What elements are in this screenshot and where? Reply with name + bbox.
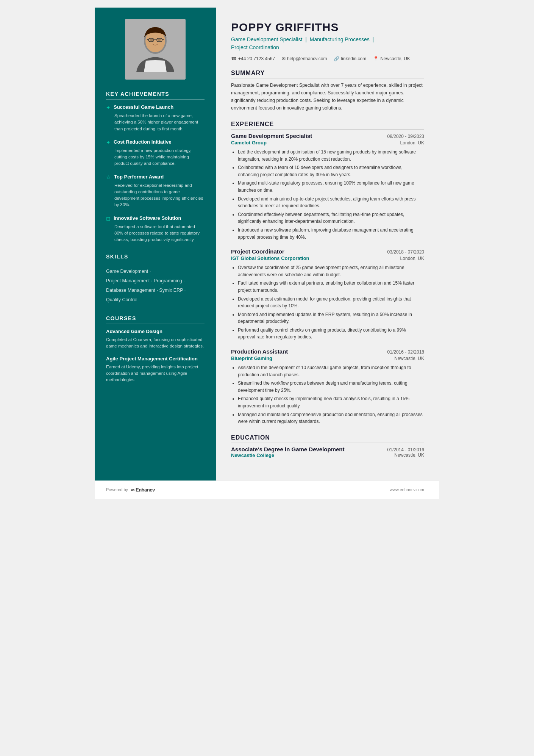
course-item-1: Advanced Game Design Completed at Course… bbox=[106, 329, 205, 349]
exp-bullet-2-4: Monitored and implemented updates in the… bbox=[238, 311, 424, 325]
exp-bullets-3: Assisted in the development of 10 succes… bbox=[231, 364, 424, 425]
exp-dates-3: 01/2016 - 02/2018 bbox=[387, 349, 424, 355]
photo-area bbox=[95, 8, 216, 87]
exp-entry-1: Game Development Specialist 08/2020 - 09… bbox=[231, 133, 424, 241]
exp-job-title-3: Production Assistant bbox=[231, 348, 288, 355]
title-part-3: Project Coordination bbox=[231, 44, 279, 50]
education-section-title: EDUCATION bbox=[231, 434, 424, 443]
achievement-icon-1: ✦ bbox=[106, 105, 111, 111]
exp-bullet-1-3: Managed multi-state regulatory processes… bbox=[238, 180, 424, 194]
exp-bullet-3-4: Managed and maintained comprehensive pro… bbox=[238, 411, 424, 425]
edu-school-1: Newcastle College bbox=[231, 452, 274, 458]
exp-company-2: IGT Global Solutions Corporation bbox=[231, 255, 309, 261]
achievement-item-2: ✦ Cost Reduction Initiative Implemented … bbox=[106, 139, 205, 167]
edu-dates-1: 01/2014 - 01/2016 bbox=[387, 447, 424, 452]
candidate-name: POPPY GRIFFITHS bbox=[231, 21, 424, 34]
achievement-title-2: Cost Reduction Initiative bbox=[114, 139, 171, 146]
exp-location-3: Newcastle, UK bbox=[394, 356, 424, 361]
candidate-title: Game Development Specialist | Manufactur… bbox=[231, 36, 424, 52]
course-desc-2: Earned at Udemy, providing insights into… bbox=[106, 364, 205, 383]
exp-bullet-3-2: Streamlined the workflow process between… bbox=[238, 380, 424, 394]
exp-bullet-1-5: Coordinated effectively between departme… bbox=[238, 211, 424, 225]
course-title-1: Advanced Game Design bbox=[106, 329, 205, 335]
exp-bullet-2-3: Developed a cost estimation model for ga… bbox=[238, 296, 424, 310]
exp-company-1: Camelot Group bbox=[231, 140, 267, 146]
exp-bullet-3-3: Enhanced quality checks by implementing … bbox=[238, 395, 424, 409]
exp-job-title-2: Project Coordinator bbox=[231, 248, 284, 255]
contact-phone: ☎ +44 20 7123 4567 bbox=[231, 56, 275, 61]
exp-bullet-1-6: Introduced a new software platform, impr… bbox=[238, 227, 424, 241]
svg-line-9 bbox=[162, 39, 164, 40]
skills-title: SKILLS bbox=[106, 254, 205, 262]
title-sep-2: | bbox=[373, 36, 374, 42]
exp-bullet-1-4: Developed and maintained up-to-date proj… bbox=[238, 196, 424, 210]
achievement-title-3: Top Performer Award bbox=[114, 174, 164, 180]
course-title-2: Agile Project Management Certification bbox=[106, 356, 205, 362]
experience-section: EXPERIENCE Game Development Specialist 0… bbox=[231, 121, 424, 425]
exp-bullet-2-5: Performed quality control checks on gami… bbox=[238, 327, 424, 341]
title-part-2: Manufacturing Processes bbox=[310, 36, 370, 42]
linkedin-text: linkedin.com bbox=[341, 56, 366, 61]
achievement-desc-1: Spearheaded the launch of a new game, ac… bbox=[106, 113, 205, 132]
courses-title: COURSES bbox=[106, 315, 205, 324]
email-text: help@enhancv.com bbox=[287, 56, 327, 61]
contact-row: ☎ +44 20 7123 4567 ✉ help@enhancv.com 🔗 … bbox=[231, 56, 424, 61]
footer-powered-label: Powered by bbox=[106, 487, 128, 492]
experience-section-title: EXPERIENCE bbox=[231, 121, 424, 130]
achievement-item-3: ☆ Top Performer Award Received for excep… bbox=[106, 174, 205, 208]
location-icon: 📍 bbox=[373, 56, 379, 61]
edu-entry-1: Associate's Degree in Game Development 0… bbox=[231, 446, 424, 458]
achievement-item-1: ✦ Successful Game Launch Spearheaded the… bbox=[106, 104, 205, 132]
achievement-icon-4: ⊟ bbox=[106, 216, 111, 222]
enhancv-logo: ∞ Enhancv bbox=[131, 487, 155, 493]
course-desc-1: Completed at Coursera, focusing on sophi… bbox=[106, 337, 205, 350]
skill-item-2: Project Management · Programming · bbox=[106, 276, 205, 286]
exp-dates-1: 08/2020 - 09/2023 bbox=[387, 134, 424, 139]
sidebar: KEY ACHIEVEMENTS ✦ Successful Game Launc… bbox=[95, 8, 216, 481]
skill-item-3: Database Management · Symix ERP · bbox=[106, 286, 205, 295]
summary-section: SUMMARY Passionate Game Development Spec… bbox=[231, 70, 424, 112]
footer: Powered by ∞ Enhancv www.enhancv.com bbox=[95, 481, 439, 499]
svg-point-3 bbox=[150, 39, 153, 41]
achievement-icon-3: ☆ bbox=[106, 174, 111, 180]
email-icon: ✉ bbox=[282, 56, 286, 61]
exp-entry-3: Production Assistant 01/2016 - 02/2018 B… bbox=[231, 348, 424, 425]
achievement-desc-3: Received for exceptional leadership and … bbox=[106, 182, 205, 208]
skill-item-1: Game Development · bbox=[106, 267, 205, 276]
contact-location: 📍 Newcastle, UK bbox=[373, 56, 410, 61]
achievement-desc-4: Developed a software tool that automated… bbox=[106, 224, 205, 243]
exp-entry-2: Project Coordinator 03/2018 - 07/2020 IG… bbox=[231, 248, 424, 341]
edu-degree-1: Associate's Degree in Game Development bbox=[231, 446, 345, 452]
title-sep-1: | bbox=[305, 36, 308, 42]
header-section: POPPY GRIFFITHS Game Development Special… bbox=[231, 21, 424, 61]
contact-linkedin: 🔗 linkedin.com bbox=[334, 56, 366, 61]
phone-text: +44 20 7123 4567 bbox=[238, 56, 275, 61]
exp-bullet-1-2: Collaborated with a team of 10 developer… bbox=[238, 164, 424, 178]
achievements-section: KEY ACHIEVEMENTS ✦ Successful Game Launc… bbox=[106, 91, 205, 243]
footer-left: Powered by ∞ Enhancv bbox=[106, 487, 155, 493]
exp-location-1: London, UK bbox=[400, 140, 424, 146]
title-part-1: Game Development Specialist bbox=[231, 36, 302, 42]
location-text: Newcastle, UK bbox=[380, 56, 410, 61]
contact-email: ✉ help@enhancv.com bbox=[282, 56, 327, 61]
achievement-title-1: Successful Game Launch bbox=[114, 104, 173, 111]
course-item-2: Agile Project Management Certification E… bbox=[106, 356, 205, 383]
skill-item-4: Quality Control bbox=[106, 295, 205, 305]
summary-text: Passionate Game Development Specialist w… bbox=[231, 81, 424, 112]
svg-line-8 bbox=[147, 39, 148, 40]
svg-point-4 bbox=[157, 39, 161, 41]
achievements-title: KEY ACHIEVEMENTS bbox=[106, 91, 205, 100]
exp-dates-2: 03/2018 - 07/2020 bbox=[387, 249, 424, 255]
avatar bbox=[125, 19, 186, 80]
summary-section-title: SUMMARY bbox=[231, 70, 424, 78]
exp-job-title-1: Game Development Specialist bbox=[231, 133, 312, 139]
phone-icon: ☎ bbox=[231, 56, 237, 61]
achievement-title-4: Innovative Software Solution bbox=[114, 215, 181, 222]
exp-bullets-2: Oversaw the coordination of 25 game deve… bbox=[231, 264, 424, 341]
main-content: POPPY GRIFFITHS Game Development Special… bbox=[216, 8, 439, 481]
achievement-desc-2: Implemented a new production strategy, c… bbox=[106, 147, 205, 167]
achievement-item-4: ⊟ Innovative Software Solution Developed… bbox=[106, 215, 205, 243]
skills-section: SKILLS Game Development · Project Manage… bbox=[106, 254, 205, 305]
achievement-icon-2: ✦ bbox=[106, 139, 111, 146]
linkedin-icon: 🔗 bbox=[334, 56, 339, 61]
